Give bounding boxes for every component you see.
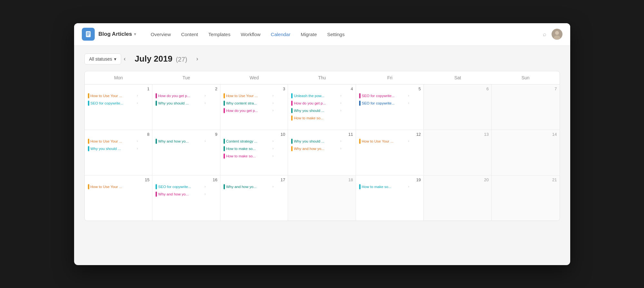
- event-color-bar: [88, 101, 89, 106]
- event-title: How to make so...: [294, 116, 339, 120]
- cal-cell-day-17: 17Why and how yo...›: [220, 175, 288, 221]
- event-color-bar: [291, 101, 293, 106]
- event-title: How to Use Your ...: [362, 139, 407, 143]
- event-arrow-icon: ›: [340, 94, 341, 97]
- main-content: All statuses ▾ ‹ July 2019 (27) › Mon Tu…: [74, 46, 570, 229]
- cal-cell-day-12: 12How to Use Your ...›: [356, 130, 424, 175]
- event-arrow-icon: ›: [340, 101, 341, 105]
- day-number-13: 13: [426, 132, 489, 137]
- nav-workflow[interactable]: Workflow: [236, 29, 265, 40]
- search-icon[interactable]: ⌕: [543, 31, 546, 38]
- cal-cell-day-16: 16SEO for copywrite...›Why and how yo...…: [152, 175, 220, 221]
- event-arrow-icon: ›: [273, 101, 274, 105]
- nav-overview[interactable]: Overview: [146, 29, 176, 40]
- avatar[interactable]: [552, 29, 562, 40]
- event-item[interactable]: Why you should ...›: [291, 138, 353, 144]
- day-number-17: 17: [223, 177, 285, 182]
- event-item[interactable]: How to make so...›: [359, 184, 421, 190]
- event-item[interactable]: How to Use Your ...: [87, 184, 150, 190]
- cal-cell-day-5: 5SEO for copywrite...›SEO for copywrite.…: [356, 84, 424, 130]
- filter-dropdown-icon: ▾: [114, 56, 116, 62]
- nav-settings[interactable]: Settings: [322, 29, 349, 40]
- event-item[interactable]: Why you should ...›: [87, 145, 150, 152]
- cal-cell-day-18: 18: [288, 175, 356, 221]
- cal-cell-day-21: 21: [492, 175, 560, 221]
- next-month-button[interactable]: ›: [194, 54, 201, 64]
- event-item[interactable]: Why you should ...›: [291, 107, 353, 114]
- app-title[interactable]: Blog Articles ▾: [99, 31, 136, 37]
- day-number-4: 4: [291, 86, 353, 91]
- event-color-bar: [291, 93, 293, 98]
- cal-cell-day-2: 2How do you get p...›Why you should ...›: [152, 84, 220, 130]
- event-arrow-icon: ›: [273, 94, 274, 97]
- day-header-thu: Thu: [288, 71, 356, 84]
- event-arrow-icon: ›: [273, 109, 274, 112]
- event-item[interactable]: How to Use Your ...›: [87, 93, 150, 99]
- event-title: How to make so...: [226, 147, 271, 151]
- nav-templates[interactable]: Templates: [204, 29, 235, 40]
- event-item[interactable]: How do you get p...›: [155, 93, 217, 99]
- event-item[interactable]: How to Use Your ...›: [359, 138, 421, 144]
- nav-content[interactable]: Content: [177, 29, 203, 40]
- week-1: 1How to Use Your ...›SEO for copywrite..…: [85, 84, 560, 130]
- event-arrow-icon: ›: [408, 185, 409, 188]
- event-item[interactable]: SEO for copywrite...›: [359, 93, 421, 99]
- nav-calendar[interactable]: Calendar: [266, 29, 295, 40]
- calendar-body: 1How to Use Your ...›SEO for copywrite..…: [85, 84, 560, 221]
- day-number-16: 16: [155, 177, 217, 182]
- filter-dropdown[interactable]: All statuses ▾: [84, 54, 121, 65]
- event-item[interactable]: How to Use Your ...›: [223, 93, 285, 99]
- event-item[interactable]: How to make so...: [291, 115, 353, 121]
- nav-migrate[interactable]: Migrate: [296, 29, 321, 40]
- event-item[interactable]: Unleash the pow...›: [291, 93, 353, 99]
- event-color-bar: [359, 139, 360, 144]
- event-item[interactable]: How to make so...›: [223, 153, 285, 159]
- event-title: SEO for copywrite...: [91, 101, 136, 105]
- event-color-bar: [359, 93, 360, 98]
- event-title: Unleash the pow...: [294, 94, 339, 98]
- event-item[interactable]: How to Use Your ...›: [87, 138, 150, 144]
- event-item[interactable]: How do you get p...›: [223, 107, 285, 114]
- event-arrow-icon: ›: [340, 139, 341, 143]
- event-arrow-icon: ›: [273, 185, 274, 188]
- event-arrow-icon: ›: [137, 101, 138, 105]
- cal-cell-day-8: 8How to Use Your ...›Why you should ...›: [85, 130, 153, 175]
- event-item[interactable]: How to make so...›: [223, 145, 285, 152]
- event-item[interactable]: Why and how yo...›: [155, 191, 217, 197]
- event-item[interactable]: SEO for copywrite...›: [155, 184, 217, 190]
- event-item[interactable]: Why content stra...›: [223, 100, 285, 106]
- event-color-bar: [88, 93, 89, 98]
- day-number-3: 3: [223, 86, 285, 91]
- event-title: Why and how yo...: [158, 139, 203, 143]
- day-header-tue: Tue: [152, 71, 220, 84]
- event-color-bar: [224, 146, 225, 151]
- day-number-21: 21: [494, 177, 557, 182]
- cal-cell-day-20: 20: [424, 175, 492, 221]
- event-title: How to Use Your ...: [91, 185, 136, 189]
- app-window: Blog Articles ▾ Overview Content Templat…: [74, 23, 570, 265]
- event-item[interactable]: How do you get p...›: [291, 100, 353, 106]
- event-item[interactable]: Why you should ...›: [155, 100, 217, 106]
- day-header-sun: Sun: [492, 71, 560, 84]
- day-number-14: 14: [494, 132, 557, 137]
- event-item[interactable]: Why and how yo...›: [291, 145, 353, 152]
- event-title: How do you get p...: [226, 109, 271, 113]
- day-number-19: 19: [359, 177, 421, 182]
- cal-cell-day-15: 15How to Use Your ...: [85, 175, 153, 221]
- event-item[interactable]: Why and how yo...›: [155, 138, 217, 144]
- event-arrow-icon: ›: [408, 94, 409, 97]
- event-arrow-icon: ›: [205, 139, 206, 143]
- event-arrow-icon: ›: [273, 147, 274, 150]
- day-header-wed: Wed: [220, 71, 288, 84]
- day-number-7: 7: [494, 86, 557, 91]
- event-item[interactable]: SEO for copywrite...›: [359, 100, 421, 106]
- event-item[interactable]: Content strategy ...›: [223, 138, 285, 144]
- event-title: Content strategy ...: [226, 139, 271, 143]
- event-item[interactable]: Why and how yo...›: [223, 184, 285, 190]
- prev-month-button[interactable]: ‹: [121, 54, 128, 64]
- cal-cell-day-7: 7: [492, 84, 560, 130]
- event-item[interactable]: SEO for copywrite...›: [87, 100, 150, 106]
- event-arrow-icon: ›: [205, 185, 206, 188]
- main-nav: Overview Content Templates Workflow Cale…: [146, 29, 543, 40]
- user-avatar-img: [552, 29, 562, 40]
